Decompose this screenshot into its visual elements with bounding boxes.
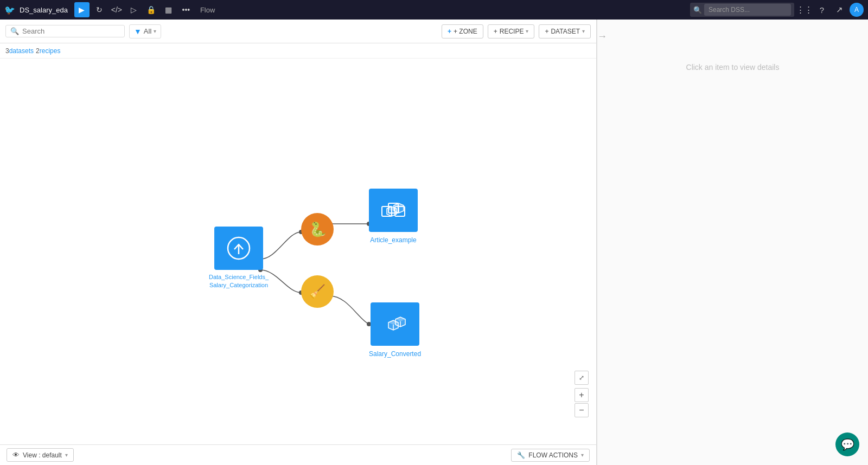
right-panel: Click an item to view details <box>597 20 868 465</box>
trending-icon[interactable]: ↗ <box>832 3 846 17</box>
logo-icon: 🐦 <box>4 5 15 15</box>
recipe-button[interactable]: + RECIPE ▾ <box>488 24 535 38</box>
view-label: View : default <box>23 451 62 459</box>
chat-button[interactable]: 💬 <box>835 432 859 456</box>
article-dataset-box <box>369 189 418 232</box>
topbar: 🐦 DS_salary_eda ▶ ↻ </> ▷ 🔒 ▦ ••• Flow 🔍… <box>0 0 868 20</box>
salary-dataset-box <box>371 302 419 346</box>
flow-label: Flow <box>200 6 215 14</box>
chat-icon: 💬 <box>841 438 854 451</box>
dataset-button[interactable]: + DATASET ▾ <box>539 24 591 38</box>
apps-icon[interactable]: ⋮⋮ <box>797 3 812 17</box>
search-box: 🔍 <box>5 25 125 37</box>
help-icon[interactable]: ? <box>815 3 829 17</box>
prep-recipe-circle: 🧹 <box>301 275 334 308</box>
view-selector[interactable]: 👁 View : default ▾ <box>7 448 74 462</box>
refresh-icon[interactable]: ↻ <box>92 2 107 17</box>
article-dataset-label: Article_example <box>370 236 416 245</box>
play-icon[interactable]: ▷ <box>126 2 142 17</box>
recipe-plus-icon: + <box>494 28 497 35</box>
zoom-controls: ⤢ + − <box>575 371 589 417</box>
global-search-icon: 🔍 <box>693 6 702 14</box>
notebook-icon[interactable]: ▦ <box>161 2 176 17</box>
dataset-plus-icon: + <box>545 28 548 35</box>
flow-canvas[interactable]: Data_Science_Fields_Salary_Categorizatio… <box>0 59 596 444</box>
project-name: DS_salary_eda <box>20 6 68 14</box>
cubes-icon-article <box>379 196 408 225</box>
zoom-in-button[interactable]: + <box>575 388 589 402</box>
datasets-count: 3 <box>5 47 9 55</box>
recipes-link[interactable]: recipes <box>40 47 61 55</box>
toolbar: 🔍 ▼ All ▾ + + ZONE + RECIPE ▾ + DATASET <box>0 20 596 43</box>
click-hint: Click an item to view details <box>686 63 780 72</box>
wrench-icon: 🔧 <box>517 451 525 459</box>
salary-dataset-label: Salary_Converted <box>369 350 421 359</box>
python-icon: 🐍 <box>309 221 326 238</box>
main-layout: 🔍 ▼ All ▾ + + ZONE + RECIPE ▾ + DATASET <box>0 20 868 465</box>
recipe-dropdown-icon: ▾ <box>526 28 528 34</box>
python-recipe-circle: 🐍 <box>301 213 334 246</box>
flow-actions-dropdown-icon: ▾ <box>581 452 584 458</box>
prep-icon: 🧹 <box>309 284 326 299</box>
upload-icon <box>225 235 252 262</box>
source-dataset-node[interactable]: Data_Science_Fields_Salary_Categorizatio… <box>209 227 269 290</box>
status-bar: 3 datasets 2 recipes <box>0 43 596 59</box>
user-avatar[interactable]: A <box>850 3 864 17</box>
salary-dataset-node[interactable]: Salary_Converted <box>369 302 421 359</box>
python-recipe-node[interactable]: 🐍 <box>301 213 334 246</box>
eye-icon: 👁 <box>12 451 20 459</box>
connections-svg <box>0 59 596 444</box>
filter-button[interactable]: ▼ All ▾ <box>129 24 161 38</box>
code-icon[interactable]: </> <box>109 2 124 17</box>
recipes-count: 2 <box>36 47 40 55</box>
dataset-label: DATASET <box>551 28 580 35</box>
filter-label: All <box>144 27 151 35</box>
left-panel: 🔍 ▼ All ▾ + + ZONE + RECIPE ▾ + DATASET <box>0 20 597 465</box>
prep-recipe-node[interactable]: 🧹 <box>301 275 334 308</box>
bottom-bar: 👁 View : default ▾ 🔧 FLOW ACTIONS ▾ <box>0 444 596 465</box>
zone-button[interactable]: + + ZONE <box>442 24 483 38</box>
recipe-label: RECIPE <box>500 28 524 35</box>
zone-plus-icon: + <box>448 28 451 35</box>
lock-icon[interactable]: 🔒 <box>144 2 159 17</box>
article-dataset-node[interactable]: Article_example <box>369 189 418 245</box>
zoom-out-button[interactable]: − <box>575 403 589 417</box>
search-icon: 🔍 <box>10 27 19 35</box>
dataset-dropdown-icon: ▾ <box>582 28 585 34</box>
more-icon[interactable]: ••• <box>178 2 194 17</box>
filter-icon: ▼ <box>134 27 142 36</box>
flow-actions-button[interactable]: 🔧 FLOW ACTIONS ▾ <box>511 449 590 462</box>
expand-button[interactable]: ⤢ <box>575 371 589 385</box>
topbar-right: 🔍 ⋮⋮ ? ↗ A <box>690 3 864 17</box>
cubes-icon-salary <box>380 309 410 339</box>
global-search-input[interactable] <box>704 4 791 16</box>
search-input[interactable] <box>22 27 120 35</box>
flow-icon[interactable]: ▶ <box>74 2 90 17</box>
panel-toggle-arrow[interactable]: → <box>596 30 609 43</box>
zone-label: + ZONE <box>454 28 477 35</box>
filter-dropdown-icon: ▾ <box>154 28 156 34</box>
datasets-link[interactable]: datasets <box>9 47 34 55</box>
source-dataset-box <box>214 227 263 270</box>
flow-actions-label: FLOW ACTIONS <box>528 451 578 459</box>
view-dropdown-icon: ▾ <box>65 452 68 458</box>
source-dataset-label: Data_Science_Fields_Salary_Categorizatio… <box>209 273 269 290</box>
